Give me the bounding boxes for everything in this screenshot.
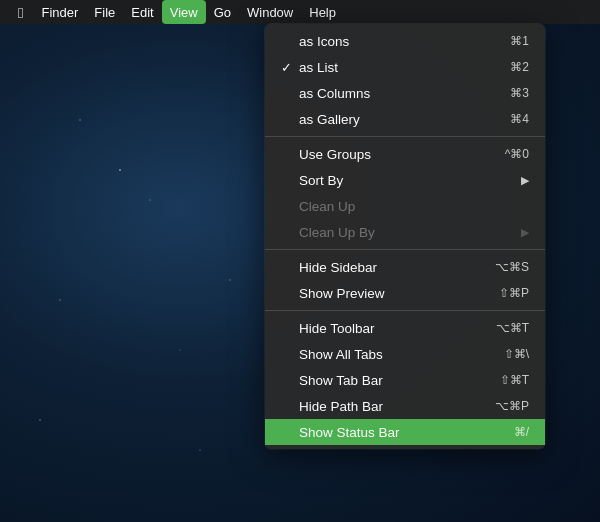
menu-item-use-groups[interactable]: Use Groups ^⌘0 xyxy=(265,141,545,167)
menu-item-show-tab-bar[interactable]: Show Tab Bar ⇧⌘T xyxy=(265,367,545,393)
label-use-groups: Use Groups xyxy=(299,147,505,162)
menu-item-clean-up[interactable]: Clean Up xyxy=(265,193,545,219)
separator-2 xyxy=(265,249,545,250)
shortcut-as-icons: ⌘1 xyxy=(510,34,529,48)
shortcut-use-groups: ^⌘0 xyxy=(505,147,529,161)
view-dropdown-menu: as Icons ⌘1 ✓ as List ⌘2 as Columns ⌘3 a… xyxy=(265,24,545,449)
separator-1 xyxy=(265,136,545,137)
view-menu-item[interactable]: View xyxy=(162,0,206,24)
label-as-icons: as Icons xyxy=(299,34,510,49)
go-menu-item[interactable]: Go xyxy=(206,0,239,24)
menu-item-as-icons[interactable]: as Icons ⌘1 xyxy=(265,28,545,54)
help-menu-item[interactable]: Help xyxy=(301,0,344,24)
edit-menu-item[interactable]: Edit xyxy=(123,0,161,24)
shortcut-as-gallery: ⌘4 xyxy=(510,112,529,126)
menubar:  Finder File Edit View Go Window Help xyxy=(0,0,600,24)
label-clean-up: Clean Up xyxy=(299,199,529,214)
shortcut-as-list: ⌘2 xyxy=(510,60,529,74)
label-hide-sidebar: Hide Sidebar xyxy=(299,260,495,275)
shortcut-hide-toolbar: ⌥⌘T xyxy=(496,321,529,335)
label-hide-path-bar: Hide Path Bar xyxy=(299,399,495,414)
finder-menu-item[interactable]: Finder xyxy=(33,0,86,24)
menu-item-hide-path-bar[interactable]: Hide Path Bar ⌥⌘P xyxy=(265,393,545,419)
arrow-clean-up-by: ▶ xyxy=(521,226,529,239)
shortcut-show-all-tabs: ⇧⌘\ xyxy=(504,347,529,361)
menu-item-hide-toolbar[interactable]: Hide Toolbar ⌥⌘T xyxy=(265,315,545,341)
menu-item-show-preview[interactable]: Show Preview ⇧⌘P xyxy=(265,280,545,306)
menu-item-as-gallery[interactable]: as Gallery ⌘4 xyxy=(265,106,545,132)
menu-item-show-all-tabs[interactable]: Show All Tabs ⇧⌘\ xyxy=(265,341,545,367)
label-as-list: as List xyxy=(299,60,510,75)
shortcut-show-tab-bar: ⇧⌘T xyxy=(500,373,529,387)
menu-item-show-status-bar[interactable]: Show Status Bar ⌘/ xyxy=(265,419,545,445)
label-as-gallery: as Gallery xyxy=(299,112,510,127)
checkmark-as-list: ✓ xyxy=(281,60,299,75)
label-show-all-tabs: Show All Tabs xyxy=(299,347,504,362)
label-hide-toolbar: Hide Toolbar xyxy=(299,321,496,336)
menu-item-as-columns[interactable]: as Columns ⌘3 xyxy=(265,80,545,106)
menu-item-clean-up-by[interactable]: Clean Up By ▶ xyxy=(265,219,545,245)
label-as-columns: as Columns xyxy=(299,86,510,101)
shortcut-show-status-bar: ⌘/ xyxy=(514,425,529,439)
shortcut-as-columns: ⌘3 xyxy=(510,86,529,100)
shortcut-hide-path-bar: ⌥⌘P xyxy=(495,399,529,413)
window-menu-item[interactable]: Window xyxy=(239,0,301,24)
shortcut-hide-sidebar: ⌥⌘S xyxy=(495,260,529,274)
label-sort-by: Sort By xyxy=(299,173,521,188)
file-menu-item[interactable]: File xyxy=(86,0,123,24)
label-clean-up-by: Clean Up By xyxy=(299,225,521,240)
separator-3 xyxy=(265,310,545,311)
menu-item-as-list[interactable]: ✓ as List ⌘2 xyxy=(265,54,545,80)
menu-item-sort-by[interactable]: Sort By ▶ xyxy=(265,167,545,193)
apple-menu-item[interactable]:  xyxy=(8,0,33,24)
label-show-preview: Show Preview xyxy=(299,286,499,301)
label-show-status-bar: Show Status Bar xyxy=(299,425,514,440)
menu-item-hide-sidebar[interactable]: Hide Sidebar ⌥⌘S xyxy=(265,254,545,280)
label-show-tab-bar: Show Tab Bar xyxy=(299,373,500,388)
arrow-sort-by: ▶ xyxy=(521,174,529,187)
shortcut-show-preview: ⇧⌘P xyxy=(499,286,529,300)
